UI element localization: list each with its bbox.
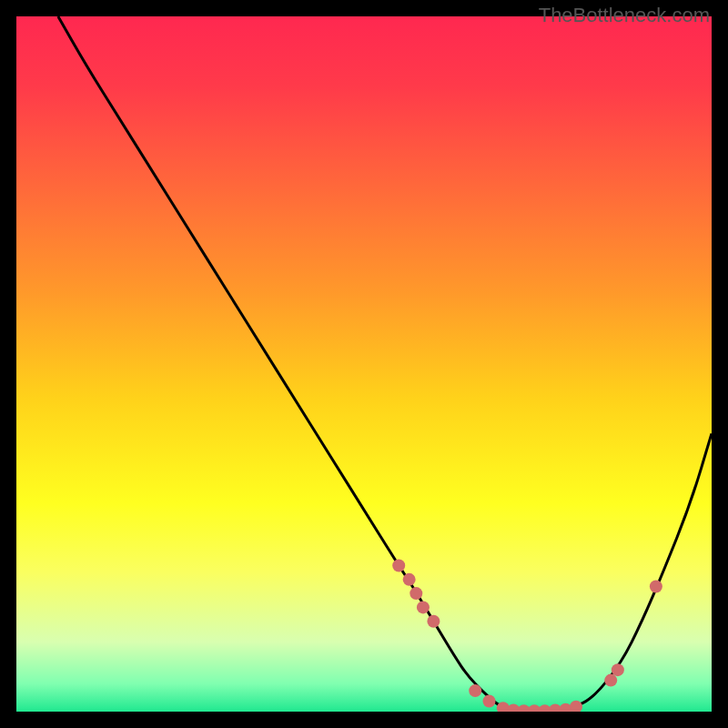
watermark-text: TheBottleneck.com: [539, 4, 710, 27]
data-marker: [650, 580, 662, 592]
marker-group: [392, 560, 662, 712]
plot-area: [16, 16, 712, 712]
data-marker: [410, 587, 422, 600]
data-marker: [483, 695, 496, 708]
data-marker: [612, 663, 624, 676]
data-marker: [427, 615, 440, 628]
bottleneck-curve: [58, 16, 712, 712]
data-marker: [392, 560, 405, 572]
chart-svg: [16, 16, 712, 712]
data-marker: [604, 674, 617, 687]
data-marker: [417, 601, 430, 613]
data-marker: [570, 701, 582, 712]
data-marker: [469, 684, 481, 697]
data-marker: [403, 573, 416, 586]
